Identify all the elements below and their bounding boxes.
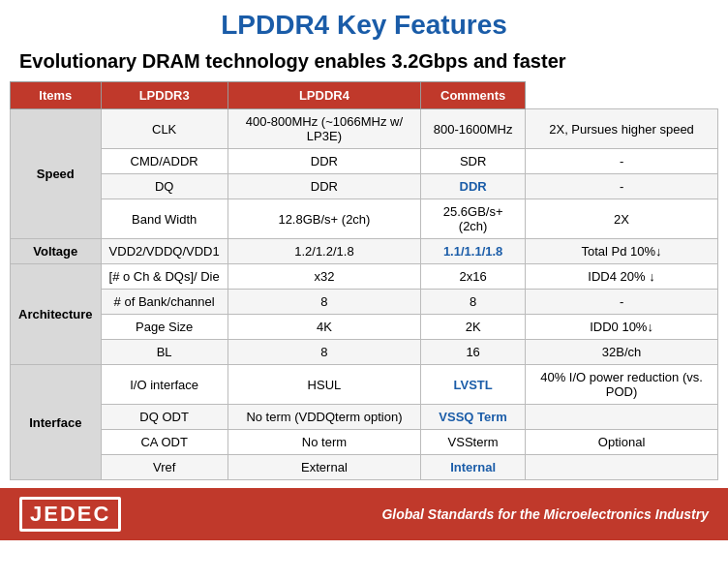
lpddr4-cell: 2K: [421, 315, 526, 340]
footer-tagline: Global Standards for the Microelectronic…: [381, 506, 709, 522]
table-row: Architecture[# o Ch & DQs]/ Diex322x16ID…: [11, 264, 718, 290]
lpddr4-cell: VSSterm: [421, 430, 526, 455]
lpddr4-cell: LVSTL: [421, 365, 526, 405]
lpddr4-cell: 8: [421, 290, 526, 315]
item-cell: CMD/ADDR: [101, 149, 228, 174]
table-row: BL81632B/ch: [11, 340, 718, 365]
table-row: DQ ODTNo term (VDDQterm option)VSSQ Term: [11, 405, 718, 430]
lpddr3-cell: External: [228, 455, 420, 480]
table-row: DQDDRDDR-: [11, 174, 718, 199]
lpddr4-cell: 800-1600MHz: [421, 109, 526, 149]
table-row: # of Bank/channel88-: [11, 290, 718, 315]
header: LPDDR4 Key Features: [0, 0, 728, 45]
item-cell: DQ: [101, 174, 228, 199]
lpddr3-cell: 12.8GB/s+ (2ch): [228, 199, 420, 239]
comments-cell: Optional: [526, 430, 718, 455]
comments-cell: [526, 455, 718, 480]
lpddr4-cell: 16: [421, 340, 526, 365]
lpddr3-cell: 8: [228, 340, 420, 365]
col-header-lpddr3: LPDDR3: [101, 82, 228, 109]
lpddr4-cell: VSSQ Term: [421, 405, 526, 430]
lpddr3-cell: DDR: [228, 149, 420, 174]
table-row: Band Width12.8GB/s+ (2ch)25.6GB/s+ (2ch)…: [11, 199, 718, 239]
main-title: LPDDR4 Key Features: [19, 10, 709, 41]
table-row: VrefExternalInternal: [11, 455, 718, 480]
section-label: Interface: [11, 365, 102, 480]
item-cell: CLK: [101, 109, 228, 149]
lpddr3-cell: x32: [228, 264, 420, 290]
comments-cell: -: [526, 290, 718, 315]
table-row: CMD/ADDRDDRSDR-: [11, 149, 718, 174]
section-label: Speed: [11, 109, 102, 239]
comments-cell: -: [526, 149, 718, 174]
lpddr3-cell: HSUL: [228, 365, 420, 405]
comments-cell: IDD0 10%↓: [526, 315, 718, 340]
lpddr4-cell: SDR: [421, 149, 526, 174]
table-wrapper: Items LPDDR3 LPDDR4 Comments SpeedCLK400…: [0, 81, 728, 480]
item-cell: I/O interface: [101, 365, 228, 405]
col-header-comments: Comments: [421, 82, 526, 109]
item-cell: VDD2/VDDQ/VDD1: [101, 239, 228, 264]
table-row: SpeedCLK400-800MHz (~1066MHz w/ LP3E)800…: [11, 109, 718, 149]
item-cell: BL: [101, 340, 228, 365]
table-row: InterfaceI/O interfaceHSULLVSTL40% I/O p…: [11, 365, 718, 405]
item-cell: # of Bank/channel: [101, 290, 228, 315]
lpddr4-cell: Internal: [421, 455, 526, 480]
comments-cell: 32B/ch: [526, 340, 718, 365]
item-cell: CA ODT: [101, 430, 228, 455]
item-cell: DQ ODT: [101, 405, 228, 430]
lpddr3-cell: No term: [228, 430, 420, 455]
features-table: Items LPDDR3 LPDDR4 Comments SpeedCLK400…: [10, 81, 718, 480]
lpddr3-cell: 1.2/1.2/1.8: [228, 239, 420, 264]
subtitle: Evolutionary DRAM technology enables 3.2…: [0, 45, 728, 81]
footer-logo: JEDEC: [19, 497, 121, 532]
lpddr3-cell: 400-800MHz (~1066MHz w/ LP3E): [228, 109, 420, 149]
comments-cell: Total Pd 10%↓: [526, 239, 718, 264]
page: LPDDR4 Key Features Evolutionary DRAM te…: [0, 0, 728, 540]
comments-cell: [526, 405, 718, 430]
lpddr4-cell: 1.1/1.1/1.8: [421, 239, 526, 264]
jedec-logo: JEDEC: [19, 497, 121, 532]
table-row: CA ODTNo termVSStermOptional: [11, 430, 718, 455]
lpddr3-cell: DDR: [228, 174, 420, 199]
section-label: Voltage: [11, 239, 102, 264]
lpddr3-cell: 8: [228, 290, 420, 315]
col-header-items: Items: [11, 82, 102, 109]
item-cell: Band Width: [101, 199, 228, 239]
table-row: Page Size4K2KIDD0 10%↓: [11, 315, 718, 340]
item-cell: Page Size: [101, 315, 228, 340]
footer: JEDEC Global Standards for the Microelec…: [0, 488, 728, 540]
lpddr4-cell: DDR: [421, 174, 526, 199]
lpddr4-cell: 25.6GB/s+ (2ch): [421, 199, 526, 239]
comments-cell: -: [526, 174, 718, 199]
comments-cell: 2X: [526, 199, 718, 239]
comments-cell: 40% I/O power reduction (vs. POD): [526, 365, 718, 405]
section-label: Architecture: [11, 264, 102, 365]
comments-cell: 2X, Pursues higher speed: [526, 109, 718, 149]
item-cell: Vref: [101, 455, 228, 480]
col-header-lpddr4: LPDDR4: [228, 82, 420, 109]
table-row: VoltageVDD2/VDDQ/VDD11.2/1.2/1.81.1/1.1/…: [11, 239, 718, 264]
lpddr4-cell: 2x16: [421, 264, 526, 290]
item-cell: [# o Ch & DQs]/ Die: [101, 264, 228, 290]
lpddr3-cell: No term (VDDQterm option): [228, 405, 420, 430]
lpddr3-cell: 4K: [228, 315, 420, 340]
comments-cell: IDD4 20% ↓: [526, 264, 718, 290]
